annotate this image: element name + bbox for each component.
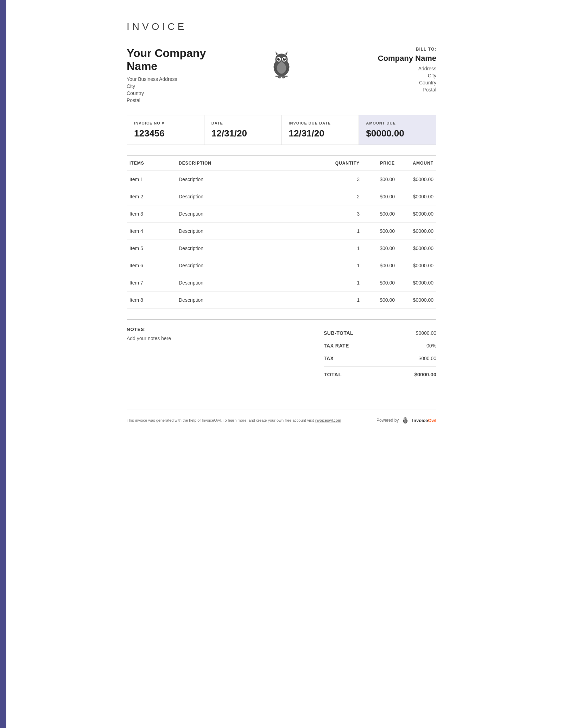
svg-rect-22 xyxy=(275,76,287,77)
footer: This invoice was generated with the help… xyxy=(127,409,436,424)
svg-point-30 xyxy=(404,420,407,423)
item-amount: $0000.00 xyxy=(398,240,436,257)
subtotal-value: $0000.00 xyxy=(416,330,436,336)
due-date-cell: INVOICE DUE DATE 12/31/20 xyxy=(282,115,359,145)
invoice-no-cell: INVOICE NO # 123456 xyxy=(127,115,204,145)
item-amount: $0000.00 xyxy=(398,274,436,292)
col-header-quantity: QUANTITY xyxy=(327,156,362,171)
item-quantity: 1 xyxy=(327,240,362,257)
table-row: Item 6 Description 1 $00.00 $0000.00 xyxy=(127,257,436,274)
amount-due-value: $0000.00 xyxy=(366,128,429,139)
date-cell: DATE 12/31/20 xyxy=(204,115,282,145)
bill-to-company: Company Name xyxy=(333,54,436,63)
bill-to-city: City xyxy=(333,73,436,78)
item-name: Item 7 xyxy=(127,274,176,292)
item-quantity: 3 xyxy=(327,171,362,188)
col-header-description: DESCRIPTION xyxy=(176,156,327,171)
table-row: Item 4 Description 1 $00.00 $0000.00 xyxy=(127,223,436,240)
item-description: Description xyxy=(176,223,327,240)
item-price: $00.00 xyxy=(362,223,398,240)
item-price: $00.00 xyxy=(362,292,398,309)
item-description: Description xyxy=(176,240,327,257)
item-amount: $0000.00 xyxy=(398,171,436,188)
bill-to-section: BILL TO: Company Name Address City Count… xyxy=(333,47,436,94)
svg-point-28 xyxy=(406,419,406,419)
footer-link[interactable]: invoiceowl.com xyxy=(315,418,341,422)
item-description: Description xyxy=(176,171,327,188)
item-price: $00.00 xyxy=(362,205,398,223)
company-address: Your Business Address xyxy=(127,76,230,82)
due-date-value: 12/31/20 xyxy=(289,128,352,139)
tax-label: TAX xyxy=(324,356,334,361)
bottom-section: NOTES: Add your notes here SUB-TOTAL $00… xyxy=(127,319,436,381)
top-section: Your Company Name Your Business Address … xyxy=(127,47,436,104)
item-description: Description xyxy=(176,188,327,205)
item-name: Item 6 xyxy=(127,257,176,274)
company-postal: Postal xyxy=(127,97,230,103)
footer-text-main: This invoice was generated with the help… xyxy=(127,418,314,422)
totals-section: SUB-TOTAL $0000.00 TAX RATE 00% TAX $000… xyxy=(324,327,436,381)
svg-point-27 xyxy=(404,419,405,419)
item-price: $00.00 xyxy=(362,274,398,292)
item-name: Item 2 xyxy=(127,188,176,205)
svg-point-13 xyxy=(277,62,286,74)
subtotal-row: SUB-TOTAL $0000.00 xyxy=(324,327,436,339)
powered-owl-icon xyxy=(401,416,409,424)
total-row: TOTAL $0000.00 xyxy=(324,368,436,381)
item-amount: $0000.00 xyxy=(398,223,436,240)
total-value: $0000.00 xyxy=(414,371,436,377)
date-value: 12/31/20 xyxy=(211,128,274,139)
bill-to-country: Country xyxy=(333,80,436,85)
amount-due-label: AMOUNT DUE xyxy=(366,121,429,125)
item-quantity: 2 xyxy=(327,188,362,205)
brand-invoice: Invoice xyxy=(412,418,428,423)
tax-rate-row: TAX RATE 00% xyxy=(324,339,436,352)
svg-point-8 xyxy=(277,58,280,61)
tax-value: $000.00 xyxy=(418,356,436,361)
svg-marker-3 xyxy=(285,51,288,55)
item-price: $00.00 xyxy=(362,257,398,274)
items-section: ITEMS DESCRIPTION QUANTITY PRICE AMOUNT … xyxy=(127,155,436,309)
invoice-title: INVOICE xyxy=(127,21,436,32)
item-quantity: 1 xyxy=(327,274,362,292)
table-header-row: ITEMS DESCRIPTION QUANTITY PRICE AMOUNT xyxy=(127,156,436,171)
brand-owl: Owl xyxy=(428,418,436,423)
table-row: Item 3 Description 3 $00.00 $0000.00 xyxy=(127,205,436,223)
item-description: Description xyxy=(176,257,327,274)
company-info: Your Company Name Your Business Address … xyxy=(127,47,230,104)
brand-name: InvoiceOwl xyxy=(412,418,436,423)
amount-due-cell: AMOUNT DUE $0000.00 xyxy=(359,115,436,145)
item-name: Item 8 xyxy=(127,292,176,309)
company-name: Your Company Name xyxy=(127,47,230,73)
powered-by-text: Powered by xyxy=(377,418,399,423)
title-divider xyxy=(127,36,436,36)
item-quantity: 1 xyxy=(327,257,362,274)
totals-divider xyxy=(324,366,436,366)
item-amount: $0000.00 xyxy=(398,205,436,223)
item-description: Description xyxy=(176,274,327,292)
subtotal-label: SUB-TOTAL xyxy=(324,330,353,336)
logo-center xyxy=(230,47,333,78)
invoice-no-value: 123456 xyxy=(134,128,197,139)
item-amount: $0000.00 xyxy=(398,292,436,309)
notes-text: Add your notes here xyxy=(127,336,310,341)
svg-point-11 xyxy=(284,58,285,59)
item-price: $00.00 xyxy=(362,188,398,205)
date-label: DATE xyxy=(211,121,274,125)
item-description: Description xyxy=(176,292,327,309)
item-amount: $0000.00 xyxy=(398,257,436,274)
table-row: Item 5 Description 1 $00.00 $0000.00 xyxy=(127,240,436,257)
company-country: Country xyxy=(127,90,230,96)
col-header-items: ITEMS xyxy=(127,156,176,171)
item-price: $00.00 xyxy=(362,171,398,188)
company-city: City xyxy=(127,83,230,89)
table-row: Item 7 Description 1 $00.00 $0000.00 xyxy=(127,274,436,292)
powered-by: Powered by InvoiceOwl xyxy=(377,416,436,424)
bill-to-postal: Postal xyxy=(333,87,436,92)
tax-rate-label: TAX RATE xyxy=(324,343,349,349)
due-date-label: INVOICE DUE DATE xyxy=(289,121,352,125)
table-row: Item 1 Description 3 $00.00 $0000.00 xyxy=(127,171,436,188)
item-name: Item 4 xyxy=(127,223,176,240)
notes-label: NOTES: xyxy=(127,327,310,332)
item-quantity: 3 xyxy=(327,205,362,223)
